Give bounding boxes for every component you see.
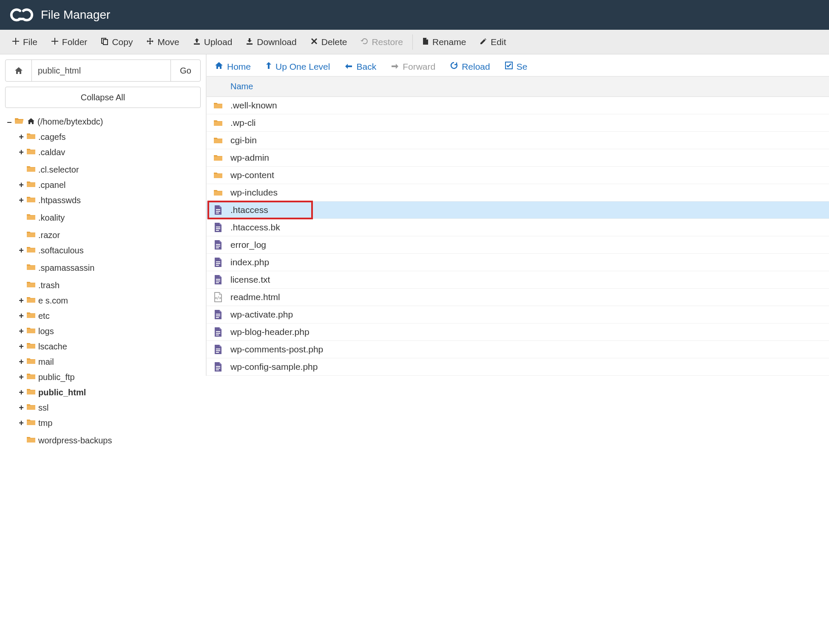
file-icon [212,362,224,372]
folder-button[interactable]: Folder [44,33,94,51]
nav-back-button[interactable]: Back [344,62,376,72]
copy-button[interactable]: Copy [94,33,139,51]
file-row[interactable]: cgi-bin [207,132,829,149]
tree-toggle[interactable]: + [17,355,26,369]
go-button[interactable]: Go [170,60,200,81]
tree-toggle[interactable]: + [17,309,26,323]
main-toolbar: File Folder Copy Move Upload Download [0,30,829,54]
file-row[interactable]: wp-activate.php [207,306,829,323]
nav-select-button[interactable]: Se [505,61,528,72]
tree-toggle[interactable]: + [17,244,26,257]
tree-item[interactable]: +tmp [17,415,52,431]
tree-toggle[interactable]: + [17,340,26,353]
tree-toggle[interactable]: + [17,193,26,207]
svg-rect-6 [216,227,220,227]
svg-rect-21 [216,317,219,318]
tree-toggle[interactable]: + [17,294,26,307]
folder-icon [212,136,224,144]
tree-item[interactable]: +public_html [17,385,86,400]
file-row[interactable]: wp-comments-post.php [207,341,829,358]
tree-root[interactable]: – (/home/bytexbdc) [5,114,103,129]
file-row[interactable]: .well-known [207,97,829,114]
file-button[interactable]: File [5,33,44,51]
delete-button[interactable]: Delete [304,33,354,51]
tree-toggle[interactable]: + [17,130,26,144]
home-icon [14,66,23,75]
tree-toggle[interactable]: – [5,115,14,128]
folder-icon [26,401,36,414]
tree-item[interactable]: +.cagefs [17,129,65,145]
tree-item[interactable]: .trash [17,278,60,293]
file-icon [212,205,224,215]
edit-button[interactable]: Edit [473,33,513,51]
nav-home-button[interactable]: Home [214,61,251,72]
checkbox-icon [505,61,513,72]
arrow-left-icon [344,62,353,72]
tree-item-label: .spamassassin [38,261,94,275]
file-row[interactable]: .wp-cli [207,114,829,132]
tree-toggle[interactable]: + [17,178,26,192]
tree-item-label: etc [38,309,50,323]
path-input[interactable] [32,60,170,81]
arrow-right-icon [391,62,399,72]
file-row[interactable]: .htaccess.bk [207,219,829,236]
rename-button[interactable]: Rename [415,33,473,51]
file-row[interactable]: wp-blog-header.php [207,323,829,341]
file-row[interactable]: index.php [207,254,829,271]
tree-item[interactable]: +.caldav [17,145,65,160]
tree-item[interactable]: .cl.selector [17,162,79,177]
tree-item[interactable]: wordpress-backups [17,433,112,448]
folder-icon [26,178,36,192]
upload-button[interactable]: Upload [186,33,239,51]
nav-up-button[interactable]: Up One Level [265,61,330,72]
tree-item[interactable]: +logs [17,323,54,339]
file-row[interactable]: error_log [207,236,829,254]
folder-icon [26,278,36,292]
svg-rect-22 [216,331,220,332]
file-row[interactable]: .htaccess [207,201,829,219]
file-row[interactable]: </>readme.html [207,289,829,306]
tree-item[interactable]: +.htpasswds [17,193,81,208]
tree-item[interactable]: +etc [17,308,50,323]
download-icon [246,37,253,47]
svg-rect-29 [216,368,220,369]
move-button[interactable]: Move [139,33,186,51]
upload-icon [193,37,201,47]
file-row[interactable]: wp-includes [207,184,829,201]
tree-item[interactable]: +e s.com [17,293,68,308]
svg-rect-25 [216,349,220,349]
tree-toggle[interactable]: + [17,416,26,430]
tree-toggle[interactable]: + [17,386,26,399]
column-header[interactable]: Name [207,76,829,97]
folder-icon [26,324,36,338]
file-row[interactable]: wp-config-sample.php [207,358,829,376]
folder-icon [26,355,36,369]
tree-item[interactable]: +public_ftp [17,369,75,385]
tree-item[interactable]: .koality [17,210,65,225]
file-row[interactable]: license.txt [207,271,829,289]
content-pane: Home Up One Level Back Forward Reload Se [206,54,829,376]
tree-toggle[interactable]: + [17,145,26,159]
tree-toggle[interactable]: + [17,401,26,414]
file-icon [212,275,224,285]
tree-item[interactable]: +.cpanel [17,177,66,193]
file-row[interactable]: wp-content [207,167,829,184]
folder-icon [212,171,224,179]
tree-item[interactable]: +lscache [17,339,67,354]
nav-reload-button[interactable]: Reload [450,61,490,72]
tree-item[interactable]: +.softaculous [17,243,84,258]
download-button[interactable]: Download [239,33,303,51]
tree-toggle[interactable]: + [17,370,26,384]
file-label: .htaccess.bk [230,222,280,233]
go-label: Go [180,66,191,76]
tree-item[interactable]: +mail [17,354,54,369]
home-icon-button[interactable] [6,60,32,81]
folder-label: Folder [62,37,88,47]
tree-item[interactable]: .razor [17,227,60,243]
tree-item[interactable]: +ssl [17,400,48,415]
collapse-all-button[interactable]: Collapse All [5,87,201,108]
folder-icon [26,130,36,144]
file-row[interactable]: wp-admin [207,149,829,167]
tree-item[interactable]: .spamassassin [17,260,94,275]
tree-toggle[interactable]: + [17,324,26,338]
